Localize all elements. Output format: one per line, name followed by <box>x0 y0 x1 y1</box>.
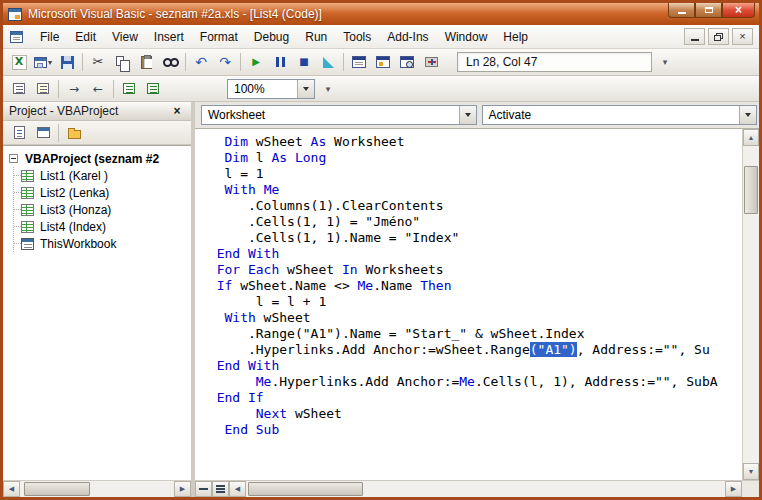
menu-edit[interactable]: Edit <box>67 26 104 48</box>
scroll-left-button[interactable]: ◀ <box>3 481 20 497</box>
menu-format[interactable]: Format <box>192 26 246 48</box>
cut-button[interactable]: ✂ <box>86 51 110 73</box>
parameter-info-button[interactable] <box>31 78 55 100</box>
view-object-button[interactable] <box>31 122 55 144</box>
scroll-right-button[interactable]: ▶ <box>174 481 191 497</box>
toggle-folders-button[interactable] <box>62 122 86 144</box>
code-line-3[interactable]: l = 1 <box>201 166 742 182</box>
run-sub-button[interactable]: ▶ <box>244 51 268 73</box>
full-module-view-button[interactable] <box>212 481 229 497</box>
paste-button[interactable] <box>134 51 158 73</box>
code-line-1[interactable]: Dim wSheet As Worksheet <box>201 134 742 150</box>
scroll-track[interactable] <box>743 146 759 463</box>
project-item-list1-karel[interactable]: List1 (Karel ) <box>14 167 189 184</box>
menu-view[interactable]: View <box>104 26 146 48</box>
code-line-17[interactable]: End If <box>201 390 742 406</box>
properties-window-button[interactable] <box>371 51 395 73</box>
procedure-dropdown[interactable]: Activate <box>482 105 758 125</box>
code-line-14[interactable]: .Hyperlinks.Add Anchor:=wSheet.Range("A1… <box>201 342 742 358</box>
scroll-thumb[interactable] <box>24 482 90 496</box>
toolbar-options-button[interactable]: ▾ <box>658 57 672 67</box>
project-item-list4-index[interactable]: List4 (Index) <box>14 218 189 235</box>
code-line-19[interactable]: End Sub <box>201 422 742 438</box>
indent-button[interactable]: → <box>62 78 86 100</box>
scroll-down-button[interactable]: ▼ <box>743 463 759 480</box>
uncomment-block-button[interactable] <box>141 78 165 100</box>
code-line-4[interactable]: With Me <box>201 182 742 198</box>
object-dropdown-button[interactable] <box>459 106 476 124</box>
find-button[interactable] <box>158 51 182 73</box>
reset-button[interactable]: ■ <box>292 51 316 73</box>
minimize-button[interactable] <box>668 3 695 18</box>
edit-toolbar-options-button[interactable]: ▾ <box>321 84 335 94</box>
comment-block-button[interactable] <box>117 78 141 100</box>
child-minimize-button[interactable] <box>684 28 705 45</box>
code-token <box>201 374 256 389</box>
project-item-label: List4 (Index) <box>37 220 109 234</box>
code-line-9[interactable]: For Each wSheet In Worksheets <box>201 262 742 278</box>
toolbox-button[interactable] <box>419 51 443 73</box>
code-line-5[interactable]: .Columns(1).ClearContents <box>201 198 742 214</box>
break-button[interactable] <box>268 51 292 73</box>
scroll-right-button[interactable]: ▶ <box>725 481 742 497</box>
menu-run[interactable]: Run <box>297 26 335 48</box>
code-line-11[interactable]: l = l + 1 <box>201 294 742 310</box>
child-close-button[interactable]: × <box>732 28 753 45</box>
scroll-left-button[interactable]: ◀ <box>229 481 246 497</box>
project-item-list3-honza[interactable]: List3 (Honza) <box>14 201 189 218</box>
scroll-thumb[interactable] <box>744 166 758 214</box>
zoom-dropdown-button[interactable] <box>297 80 314 98</box>
code-line-15[interactable]: End With <box>201 358 742 374</box>
menu-debug[interactable]: Debug <box>246 26 297 48</box>
menu-window[interactable]: Window <box>437 26 496 48</box>
project-item-thisworkbook[interactable]: ThisWorkbook <box>14 235 189 252</box>
view-code-button[interactable] <box>7 122 31 144</box>
code-token: , Address:="", Su <box>577 342 710 357</box>
project-tree-root[interactable]: VBAProject (seznam #2 <box>5 150 189 167</box>
code-line-6[interactable]: .Cells(1, 1) = "Jméno" <box>201 214 742 230</box>
worksheet-icon <box>21 170 34 182</box>
object-dropdown[interactable]: Worksheet <box>201 105 477 125</box>
code-line-8[interactable]: End With <box>201 246 742 262</box>
scroll-up-button[interactable]: ▲ <box>743 129 759 146</box>
code-line-12[interactable]: With wSheet <box>201 310 742 326</box>
code-editor[interactable]: Dim wSheet As Worksheet Dim l As Long l … <box>195 129 742 480</box>
list-properties-button[interactable] <box>7 78 31 100</box>
procedure-dropdown-button[interactable] <box>739 106 756 124</box>
design-mode-button[interactable] <box>316 51 340 73</box>
code-line-10[interactable]: If wSheet.Name <> Me.Name Then <box>201 278 742 294</box>
child-restore-button[interactable] <box>708 28 729 45</box>
object-browser-button[interactable] <box>395 51 419 73</box>
zoom-combobox[interactable]: 100% <box>227 79 315 99</box>
code-line-2[interactable]: Dim l As Long <box>201 150 742 166</box>
undo-button[interactable]: ↶ <box>189 51 213 73</box>
keyword-token: Me <box>264 182 280 197</box>
copy-button[interactable] <box>110 51 134 73</box>
code-line-7[interactable]: .Cells(1, 1).Name = "Index" <box>201 230 742 246</box>
project-item-list2-lenka[interactable]: List2 (Lenka) <box>14 184 189 201</box>
collapse-icon[interactable] <box>9 154 18 163</box>
project-explorer-button[interactable] <box>347 51 371 73</box>
procedure-view-button[interactable] <box>195 481 212 497</box>
menu-file[interactable]: File <box>32 26 67 48</box>
close-button[interactable]: × <box>722 3 755 18</box>
save-button[interactable] <box>55 51 79 73</box>
dropdown-caret-icon: ▾ <box>48 58 52 67</box>
redo-button[interactable]: ↷ <box>213 51 237 73</box>
insert-userform-button[interactable]: ▾ <box>31 51 55 73</box>
scroll-track[interactable] <box>20 481 174 497</box>
outdent-button[interactable]: ← <box>86 78 110 100</box>
code-line-13[interactable]: .Range("A1").Name = "Start_" & wSheet.In… <box>201 326 742 342</box>
titlebar[interactable]: Microsoft Visual Basic - seznam #2a.xls … <box>3 3 759 25</box>
maximize-button[interactable] <box>695 3 722 18</box>
menu-help[interactable]: Help <box>495 26 536 48</box>
menu-add-ins[interactable]: Add-Ins <box>379 26 436 48</box>
scroll-track[interactable] <box>246 481 725 497</box>
code-line-16[interactable]: Me.Hyperlinks.Add Anchor:=Me.Cells(l, 1)… <box>201 374 742 390</box>
code-line-18[interactable]: Next wSheet <box>201 406 742 422</box>
menu-insert[interactable]: Insert <box>146 26 192 48</box>
view-microsoft-excel-button[interactable]: X <box>7 51 31 73</box>
scroll-thumb[interactable] <box>248 482 363 496</box>
project-panel-close-button[interactable]: × <box>169 104 185 118</box>
menu-tools[interactable]: Tools <box>335 26 379 48</box>
